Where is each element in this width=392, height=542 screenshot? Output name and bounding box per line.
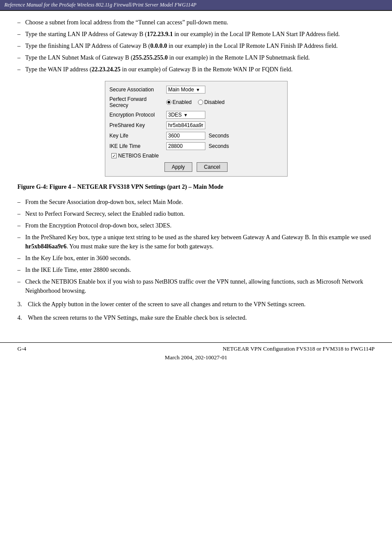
- bullet-dash: –: [17, 30, 25, 39]
- cancel-button[interactable]: Cancel: [197, 162, 228, 172]
- bullet-text: Type the LAN Subnet Mask of Gateway B (2…: [25, 53, 375, 62]
- ike-lifetime-control: Seconds: [166, 142, 229, 150]
- footer-rule: [0, 342, 392, 343]
- figure-caption: Figure G-4: Figure 4 – NETGEAR FVS318 VP…: [17, 184, 375, 191]
- list-item: – From the Encryption Protocol drop-down…: [17, 221, 375, 230]
- bold-value: hr5xb84l6aa9r6: [25, 243, 67, 250]
- bullet-dash: –: [17, 277, 25, 295]
- numbered-item: 3. Click the Apply button in the lower c…: [17, 300, 375, 309]
- bold-value: 0.0.0.0: [150, 43, 167, 49]
- pfs-disabled-option[interactable]: Disabled: [198, 99, 225, 105]
- pfs-enabled-option[interactable]: Enabled: [166, 99, 192, 105]
- footer-date: March 2004, 202-10027-01: [165, 354, 227, 361]
- list-item: – Next to Perfect Forward Secrecy, selec…: [17, 209, 375, 218]
- apply-button[interactable]: Apply: [164, 162, 192, 172]
- list-item: – In the Key Life box, enter in 3600 sec…: [17, 254, 375, 263]
- list-item: – From the Secure Association drop-down …: [17, 197, 375, 207]
- bullet-dash: –: [17, 254, 25, 263]
- top-bullet-list: – Choose a subnet from local address fro…: [17, 18, 375, 74]
- bullet-text: Type the starting LAN IP Address of Gate…: [25, 30, 375, 39]
- netbios-label: NETBIOS Enable: [118, 153, 159, 159]
- dropdown-arrow-icon: ▼: [184, 113, 188, 117]
- bullet-dash: –: [17, 265, 25, 274]
- footer-center-line: March 2004, 202-10027-01: [0, 352, 392, 361]
- post-figure-bullet-list: – From the Secure Association drop-down …: [17, 197, 375, 295]
- pfs-label: Perfect Forward Secrecy: [110, 96, 166, 108]
- preshared-key-input[interactable]: [166, 121, 205, 129]
- bold-value: 22.23.24.25: [92, 66, 121, 73]
- figure-caption-text: Figure G-4: Figure 4 – NETGEAR FVS318 VP…: [17, 184, 223, 190]
- numbered-item: 4. When the screen returns to the VPN Se…: [17, 313, 375, 322]
- ike-lifetime-unit: Seconds: [209, 143, 229, 149]
- netbios-checkbox[interactable]: ✓: [111, 153, 117, 158]
- main-content: – Choose a subnet from local address fro…: [0, 11, 392, 334]
- key-life-label: Key Life: [110, 133, 166, 139]
- list-item: – In the IKE Life Time, enter 28800 seco…: [17, 265, 375, 274]
- bullet-text: In the IKE Life Time, enter 28800 second…: [25, 265, 375, 274]
- footer: G-4 NETGEAR VPN Configuration FVS318 or …: [0, 345, 392, 352]
- key-life-input[interactable]: [166, 132, 205, 140]
- bullet-dash: –: [17, 65, 25, 74]
- list-item: – Type the starting LAN IP Address of Ga…: [17, 30, 375, 39]
- num-label: 4.: [17, 313, 28, 322]
- perfect-forward-secrecy-row: Perfect Forward Secrecy Enabled Disabled: [110, 96, 283, 108]
- numbered-text: When the screen returns to the VPN Setti…: [28, 313, 375, 322]
- bullet-text: Choose a subnet from local address from …: [25, 18, 375, 27]
- bullet-text: From the Encryption Protocol drop-down b…: [25, 221, 375, 230]
- bullet-dash: –: [17, 41, 25, 50]
- radio-disabled-icon: [198, 100, 203, 105]
- bullet-dash: –: [17, 197, 25, 207]
- ike-lifetime-input[interactable]: [166, 142, 205, 150]
- numbered-list: 3. Click the Apply button in the lower c…: [17, 300, 375, 322]
- key-life-unit: Seconds: [209, 133, 229, 139]
- bullet-dash: –: [17, 233, 25, 251]
- list-item: – Type the LAN Subnet Mask of Gateway B …: [17, 53, 375, 62]
- bullet-text: Type the finishing LAN IP Address of Gat…: [25, 41, 375, 50]
- footer-left: G-4: [17, 345, 26, 352]
- key-life-row: Key Life Seconds: [110, 132, 283, 140]
- bold-value: 255.255.255.0: [133, 54, 168, 61]
- list-item: – Type the finishing LAN IP Address of G…: [17, 41, 375, 50]
- list-item: – Choose a subnet from local address fro…: [17, 18, 375, 27]
- dropdown-arrow-icon: ▼: [196, 87, 200, 92]
- encryption-control: 3DES ▼: [166, 111, 205, 119]
- encryption-value: 3DES: [168, 112, 182, 118]
- bullet-text: In the PreShared Key box, type a unique …: [25, 233, 375, 251]
- secure-association-control: Main Mode ▼: [166, 86, 205, 94]
- bold-value: 172.23.9.1: [147, 31, 173, 37]
- list-item: – Type the WAN IP address (22.23.24.25 i…: [17, 65, 375, 74]
- header-text: Reference Manual for the ProSafe Wireles…: [4, 2, 196, 8]
- netbios-checkbox-row: ✓ NETBIOS Enable: [111, 153, 283, 159]
- pfs-radio-group: Enabled Disabled: [166, 99, 225, 105]
- preshared-label: PreShared Key: [110, 122, 166, 128]
- pfs-enabled-label: Enabled: [173, 99, 192, 105]
- pfs-disabled-label: Disabled: [204, 99, 225, 105]
- footer-center: NETGEAR VPN Configuration FVS318 or FVM3…: [223, 345, 375, 352]
- bullet-text: Next to Perfect Forward Secrecy, select …: [25, 209, 375, 218]
- ike-lifetime-row: IKE Life Time Seconds: [110, 142, 283, 150]
- num-label: 3.: [17, 300, 28, 309]
- encryption-label: Encryption Protocol: [110, 112, 166, 118]
- encryption-protocol-row: Encryption Protocol 3DES ▼: [110, 111, 283, 119]
- select-value: Main Mode: [168, 87, 194, 93]
- page-header: Reference Manual for the ProSafe Wireles…: [0, 0, 392, 10]
- form-button-row: Apply Cancel: [110, 162, 283, 172]
- list-item: – In the PreShared Key box, type a uniqu…: [17, 233, 375, 251]
- bullet-text: Type the WAN IP address (22.23.24.25 in …: [25, 65, 375, 74]
- vpn-settings-screenshot: Secure Association Main Mode ▼ Perfect F…: [105, 81, 288, 177]
- key-life-control: Seconds: [166, 132, 229, 140]
- radio-enabled-icon: [166, 100, 171, 105]
- secure-association-label: Secure Association: [110, 87, 166, 93]
- bullet-text: Check the NETBIOS Enable box if you wish…: [25, 277, 375, 295]
- secure-association-select[interactable]: Main Mode ▼: [166, 86, 205, 94]
- preshared-key-row: PreShared Key: [110, 121, 283, 129]
- ike-lifetime-label: IKE Life Time: [110, 143, 166, 149]
- bullet-dash: –: [17, 18, 25, 27]
- bullet-dash: –: [17, 221, 25, 230]
- bullet-dash: –: [17, 209, 25, 218]
- encryption-select[interactable]: 3DES ▼: [166, 111, 205, 119]
- preshared-control: [166, 121, 205, 129]
- bullet-text: In the Key Life box, enter in 3600 secon…: [25, 254, 375, 263]
- bullet-text: From the Secure Association drop-down bo…: [25, 197, 375, 207]
- secure-association-row: Secure Association Main Mode ▼: [110, 86, 283, 94]
